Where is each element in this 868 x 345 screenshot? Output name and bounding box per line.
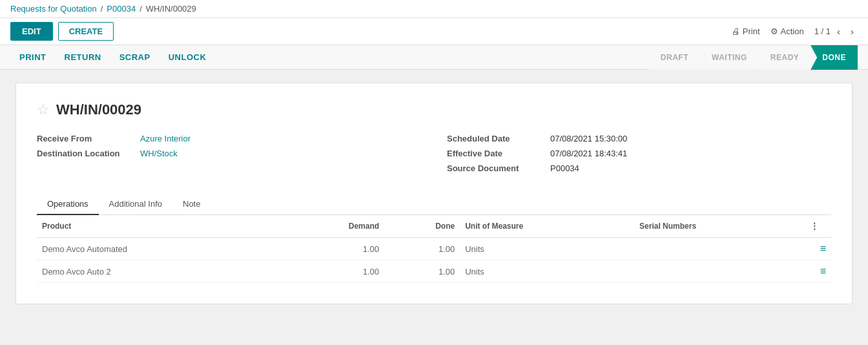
breadcrumb-sep2: / [140, 4, 142, 14]
receive-from-label: Receive From [37, 134, 140, 143]
action-label: Action [781, 26, 804, 36]
step-draft: DRAFT [649, 45, 700, 70]
fields-section: Receive From Azure Interior Destination … [37, 134, 831, 178]
scheduled-date-label: Scheduled Date [447, 134, 550, 143]
edit-button[interactable]: EDIT [10, 22, 53, 41]
tab-note[interactable]: Note [172, 194, 211, 215]
tabs: Operations Additional Info Note [37, 194, 831, 215]
receive-from-value[interactable]: Azure Interior [140, 134, 191, 143]
pagination-count: 1 / 1 [814, 26, 831, 36]
col-product: Product [37, 215, 280, 238]
print-icon: 🖨 [732, 26, 740, 36]
print-label: Print [743, 26, 760, 36]
toolbar-right: 🖨 Print ⚙ Action 1 / 1 ‹ › [732, 25, 858, 38]
col-serial: Serial Numbers [634, 215, 805, 238]
breadcrumb-sep1: / [101, 4, 103, 14]
detail-icon[interactable]: ≡ [805, 238, 831, 260]
fields-left: Receive From Azure Interior Destination … [37, 134, 421, 178]
detail-icon[interactable]: ≡ [805, 260, 831, 283]
unlock-button[interactable]: UNLOCK [160, 45, 216, 70]
cell-uom: Units [460, 238, 634, 260]
scrap-button[interactable]: SCRAP [110, 45, 160, 70]
breadcrumb: Requests for Quotation / P00034 / WH/IN/… [0, 0, 868, 18]
col-uom: Unit of Measure [460, 215, 634, 238]
receive-from-row: Receive From Azure Interior [37, 134, 421, 143]
table-menu-icon[interactable]: ⋮ [805, 215, 831, 238]
cell-demand: 1.00 [280, 238, 384, 260]
print-action[interactable]: 🖨 Print [732, 26, 760, 36]
status-steps: DRAFT WAITING READY DONE [649, 45, 858, 70]
effective-date-label: Effective Date [447, 149, 550, 158]
breadcrumb-rfq[interactable]: Requests for Quotation [10, 4, 97, 14]
prev-button[interactable]: ‹ [833, 25, 844, 38]
cell-done: 1.00 [384, 238, 460, 260]
return-button[interactable]: RETURN [56, 45, 110, 70]
cell-serial [634, 260, 805, 283]
effective-date-row: Effective Date 07/08/2021 18:43:41 [447, 149, 831, 158]
cell-product: Demo Avco Auto 2 [37, 260, 280, 283]
fields-right: Scheduled Date 07/08/2021 15:30:00 Effec… [421, 134, 831, 178]
scheduled-date-row: Scheduled Date 07/08/2021 15:30:00 [447, 134, 831, 143]
status-bar: PRINT RETURN SCRAP UNLOCK DRAFT WAITING … [0, 45, 868, 70]
cell-demand: 1.00 [280, 260, 384, 283]
operations-table: Product Demand Done Unit of Measure Seri… [37, 215, 831, 283]
step-waiting: WAITING [700, 45, 759, 70]
pagination: 1 / 1 ‹ › [814, 25, 858, 38]
cell-product: Demo Avco Automated [37, 238, 280, 260]
document-title: WH/IN/00029 [56, 101, 141, 118]
favorite-star-icon[interactable]: ☆ [37, 101, 50, 118]
status-actions: PRINT RETURN SCRAP UNLOCK [10, 45, 649, 70]
cell-done: 1.00 [384, 260, 460, 283]
cell-uom: Units [460, 260, 634, 283]
destination-value[interactable]: WH/Stock [140, 149, 178, 158]
document-card: ☆ WH/IN/00029 Receive From Azure Interio… [16, 83, 852, 304]
main-content: ☆ WH/IN/00029 Receive From Azure Interio… [0, 70, 868, 317]
source-doc-row: Source Document P00034 [447, 163, 831, 173]
cell-serial [634, 238, 805, 260]
tab-additional-info[interactable]: Additional Info [99, 194, 172, 215]
table-section: Product Demand Done Unit of Measure Seri… [37, 215, 831, 283]
create-button[interactable]: CREATE [58, 22, 114, 41]
effective-date-value: 07/08/2021 18:43:41 [550, 149, 627, 158]
document-title-row: ☆ WH/IN/00029 [37, 101, 831, 118]
source-doc-value: P00034 [550, 163, 579, 173]
table-row: Demo Avco Auto 2 1.00 1.00 Units ≡ [37, 260, 831, 283]
col-done: Done [384, 215, 460, 238]
print-status-button[interactable]: PRINT [10, 45, 56, 70]
gear-icon: ⚙ [770, 26, 778, 36]
step-done: DONE [811, 45, 858, 70]
step-ready: READY [759, 45, 811, 70]
table-row: Demo Avco Automated 1.00 1.00 Units ≡ [37, 238, 831, 260]
col-demand: Demand [280, 215, 384, 238]
breadcrumb-po[interactable]: P00034 [107, 4, 136, 14]
toolbar: EDIT CREATE 🖨 Print ⚙ Action 1 / 1 ‹ › [0, 18, 868, 45]
scheduled-date-value: 07/08/2021 15:30:00 [550, 134, 627, 143]
table-body: Demo Avco Automated 1.00 1.00 Units ≡ De… [37, 238, 831, 283]
next-button[interactable]: › [847, 25, 858, 38]
table-header-row: Product Demand Done Unit of Measure Seri… [37, 215, 831, 238]
source-doc-label: Source Document [447, 163, 550, 173]
tab-operations[interactable]: Operations [37, 194, 99, 215]
breadcrumb-current: WH/IN/00029 [146, 4, 196, 14]
action-menu[interactable]: ⚙ Action [770, 26, 804, 36]
destination-label: Destination Location [37, 149, 140, 158]
destination-row: Destination Location WH/Stock [37, 149, 421, 158]
